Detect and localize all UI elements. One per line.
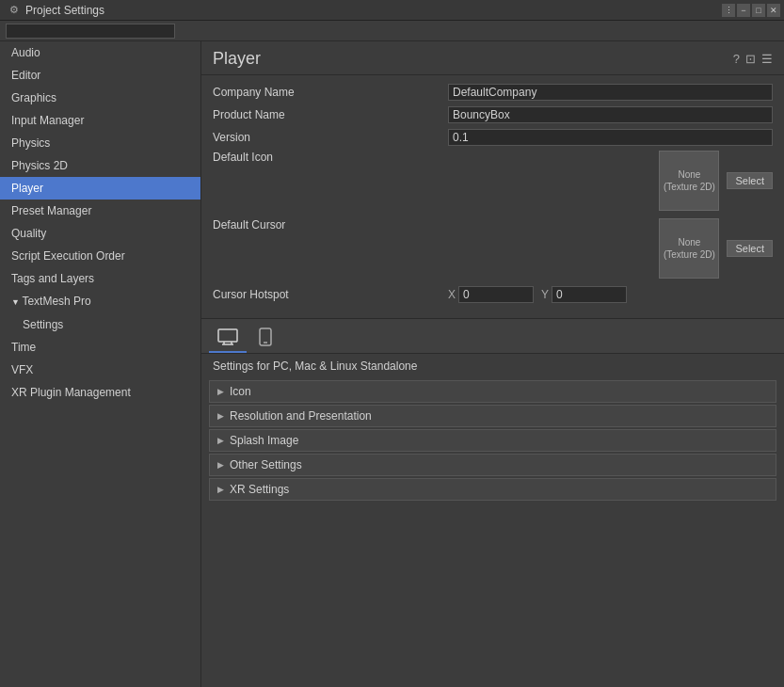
product-name-row: Product Name bbox=[213, 105, 773, 124]
default-cursor-text-line2: (Texture 2D) bbox=[664, 248, 715, 261]
cursor-hotspot-x-label: X bbox=[448, 288, 456, 301]
default-cursor-row: Default Cursor None (Texture 2D) Select bbox=[213, 218, 773, 279]
section-xr-header[interactable]: ▶ XR Settings bbox=[210, 479, 776, 500]
sidebar-item-graphics[interactable]: Graphics bbox=[0, 87, 200, 109]
default-icon-area: None (Texture 2D) Select bbox=[448, 151, 773, 211]
search-input[interactable] bbox=[6, 24, 175, 39]
version-row: Version bbox=[213, 128, 773, 147]
section-icon-header[interactable]: ▶ Icon bbox=[210, 381, 776, 402]
section-splash: ▶ Splash Image bbox=[209, 429, 776, 452]
cursor-hotspot-label: Cursor Hotspot bbox=[213, 288, 448, 301]
platform-tab-pc[interactable] bbox=[209, 323, 247, 353]
gear-icon: ⚙ bbox=[8, 4, 21, 17]
sidebar-item-physics[interactable]: Physics bbox=[0, 132, 200, 154]
sidebar: Audio Editor Graphics Input Manager Phys… bbox=[0, 41, 201, 687]
content-area: Player ? ⊡ ☰ Company Name Product Name V… bbox=[201, 41, 784, 687]
section-icon-label: Icon bbox=[230, 385, 251, 398]
section-icon-arrow: ▶ bbox=[217, 387, 224, 396]
default-icon-select-button[interactable]: Select bbox=[727, 172, 773, 189]
header-icons: ? ⊡ ☰ bbox=[733, 52, 773, 66]
section-resolution: ▶ Resolution and Presentation bbox=[209, 405, 776, 427]
product-name-label: Product Name bbox=[213, 108, 448, 121]
platform-settings-label: Settings for PC, Mac & Linux Standalone bbox=[201, 354, 784, 378]
minimize-button[interactable]: − bbox=[737, 4, 750, 17]
default-icon-row: Default Icon None (Texture 2D) Select bbox=[213, 151, 773, 211]
default-cursor-label: Default Cursor bbox=[213, 218, 448, 232]
section-other: ▶ Other Settings bbox=[209, 454, 776, 476]
section-splash-arrow: ▶ bbox=[217, 436, 224, 445]
cursor-hotspot-y-label: Y bbox=[541, 288, 549, 301]
section-xr: ▶ XR Settings bbox=[209, 478, 776, 501]
section-other-arrow: ▶ bbox=[217, 460, 224, 470]
sidebar-item-vfx[interactable]: VFX bbox=[0, 359, 200, 381]
section-icon: ▶ Icon bbox=[209, 380, 776, 403]
lock-icon[interactable]: ⊡ bbox=[745, 52, 756, 66]
version-input[interactable] bbox=[448, 129, 773, 146]
main-layout: Audio Editor Graphics Input Manager Phys… bbox=[0, 41, 784, 687]
cursor-hotspot-row: Cursor Hotspot X Y bbox=[213, 286, 773, 303]
cursor-hotspot-y-input[interactable] bbox=[552, 286, 627, 303]
company-name-row: Company Name bbox=[213, 83, 773, 102]
sidebar-item-preset-manager[interactable]: Preset Manager bbox=[0, 200, 200, 222]
title-bar-controls: ⋮ − □ ✕ bbox=[722, 4, 780, 17]
section-resolution-arrow: ▶ bbox=[217, 411, 224, 421]
title-bar-text: Project Settings bbox=[25, 4, 104, 17]
default-cursor-box: None (Texture 2D) bbox=[659, 218, 719, 279]
sidebar-item-player[interactable]: Player bbox=[0, 177, 200, 200]
sidebar-item-input-manager[interactable]: Input Manager bbox=[0, 109, 200, 132]
section-xr-label: XR Settings bbox=[230, 483, 289, 496]
default-cursor-text-line1: None bbox=[678, 236, 700, 248]
help-icon[interactable]: ? bbox=[733, 52, 740, 66]
more-button[interactable]: ⋮ bbox=[722, 4, 735, 17]
platform-tab-mobile[interactable] bbox=[247, 323, 284, 353]
settings-form: Company Name Product Name Version Defaul… bbox=[201, 75, 784, 318]
svg-rect-0 bbox=[218, 329, 237, 342]
section-splash-label: Splash Image bbox=[230, 434, 298, 447]
search-bar bbox=[0, 21, 784, 41]
default-cursor-area: None (Texture 2D) Select bbox=[448, 218, 773, 279]
sidebar-item-tags-and-layers[interactable]: Tags and Layers bbox=[0, 267, 200, 290]
section-xr-arrow: ▶ bbox=[217, 485, 224, 494]
sidebar-item-textmesh-pro[interactable]: TextMesh Pro bbox=[0, 290, 200, 313]
section-other-header[interactable]: ▶ Other Settings bbox=[210, 455, 776, 475]
sidebar-item-quality[interactable]: Quality bbox=[0, 222, 200, 245]
platform-tabs bbox=[201, 318, 784, 354]
default-cursor-select-button[interactable]: Select bbox=[727, 240, 773, 257]
product-name-input[interactable] bbox=[448, 106, 773, 123]
default-icon-label: Default Icon bbox=[213, 151, 448, 164]
section-resolution-header[interactable]: ▶ Resolution and Presentation bbox=[210, 406, 776, 426]
cursor-hotspot-x-input[interactable] bbox=[458, 286, 534, 303]
section-splash-header[interactable]: ▶ Splash Image bbox=[210, 430, 776, 451]
company-name-label: Company Name bbox=[213, 86, 448, 99]
sidebar-item-script-execution-order[interactable]: Script Execution Order bbox=[0, 245, 200, 267]
sidebar-item-physics-2d[interactable]: Physics 2D bbox=[0, 154, 200, 177]
default-icon-text-line2: (Texture 2D) bbox=[664, 181, 715, 193]
section-other-label: Other Settings bbox=[230, 458, 302, 471]
sidebar-item-audio[interactable]: Audio bbox=[0, 41, 200, 64]
player-header: Player ? ⊡ ☰ bbox=[201, 41, 784, 75]
sidebar-item-settings[interactable]: Settings bbox=[0, 313, 200, 336]
player-title: Player bbox=[213, 49, 261, 69]
section-resolution-label: Resolution and Presentation bbox=[230, 409, 372, 423]
close-button[interactable]: ✕ bbox=[767, 4, 780, 17]
default-icon-box: None (Texture 2D) bbox=[659, 151, 719, 211]
maximize-button[interactable]: □ bbox=[752, 4, 765, 17]
menu-icon[interactable]: ☰ bbox=[761, 52, 773, 66]
title-bar: ⚙ Project Settings ⋮ − □ ✕ bbox=[0, 0, 784, 21]
sidebar-item-editor[interactable]: Editor bbox=[0, 64, 200, 87]
sidebar-item-time[interactable]: Time bbox=[0, 336, 200, 359]
version-label: Version bbox=[213, 131, 448, 144]
default-icon-text-line1: None bbox=[678, 168, 700, 181]
company-name-input[interactable] bbox=[448, 84, 773, 101]
sidebar-item-xr-plugin-management[interactable]: XR Plugin Management bbox=[0, 381, 200, 404]
